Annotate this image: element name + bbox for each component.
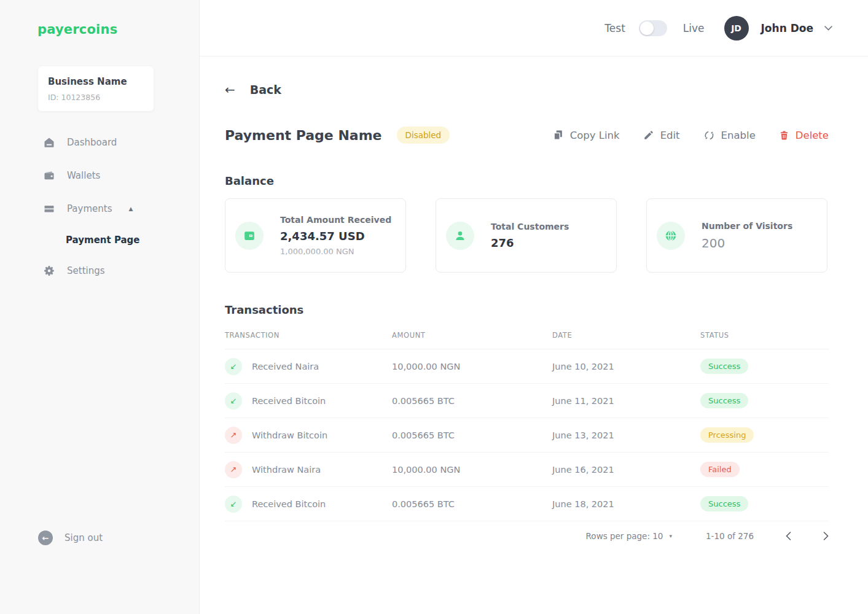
transactions-heading: Transactions: [225, 303, 829, 316]
pencil-icon: [643, 130, 654, 141]
page-actions: Copy Link Edit Enable Delete: [552, 129, 829, 141]
pagination: Rows per page: 10 ▾ 1-10 of 276: [225, 531, 829, 541]
sidebar-nav: Dashboard Wallets Payments ▲ Payment Pag…: [0, 126, 199, 287]
transaction-status-badge: Success: [700, 496, 748, 511]
trash-icon: [779, 130, 789, 141]
transaction-date: June 18, 2021: [552, 499, 700, 509]
card-value: 200: [702, 236, 792, 251]
page-title: Payment Page Name: [225, 128, 382, 143]
chevron-right-icon: [823, 532, 829, 540]
back-button[interactable]: ← Back: [225, 82, 281, 97]
transaction-name: Received Bitcoin: [252, 499, 326, 509]
column-amount: AMOUNT: [392, 331, 552, 340]
toggle-knob: [640, 21, 654, 35]
table-row: ↗ Withdraw Bitcoin 0.005665 BTC June 13,…: [225, 418, 829, 453]
card-total-amount: Total Amount Received 2,434.57 USD 1,000…: [225, 198, 406, 273]
transaction-direction-icon: ↗: [225, 427, 242, 444]
rows-per-page-label: Rows per page: 10: [586, 531, 663, 541]
sidebar-item-label: Settings: [67, 265, 105, 276]
transaction-date: June 10, 2021: [552, 362, 700, 371]
transaction-amount: 10,000.00 NGN: [392, 362, 552, 371]
transaction-amount: 10,000.00 NGN: [392, 465, 552, 475]
table-header: TRANSACTION AMOUNT DATE STATUS: [225, 331, 829, 349]
column-transaction: TRANSACTION: [225, 331, 392, 340]
title-row: Payment Page Name Disabled Copy Link Edi…: [225, 126, 829, 144]
page-content: ← Back Payment Page Name Disabled Copy L…: [200, 56, 868, 541]
delete-button[interactable]: Delete: [779, 130, 829, 141]
column-date: DATE: [552, 331, 700, 340]
sidebar-item-label: Payments: [67, 203, 112, 214]
sidebar-item-settings[interactable]: Settings: [0, 254, 199, 287]
card-label: Total Amount Received: [280, 215, 391, 225]
table-row: ↙ Received Bitcoin 0.005665 BTC June 11,…: [225, 384, 829, 418]
business-card: Business Name ID: 10123856: [38, 66, 154, 111]
transaction-date: June 13, 2021: [552, 430, 700, 440]
transaction-status-badge: Failed: [700, 462, 740, 477]
transaction-amount: 0.005665 BTC: [392, 499, 552, 509]
sidebar-item-label: Wallets: [67, 170, 100, 181]
signout-button[interactable]: ← Sign out: [38, 530, 103, 545]
transactions-table: TRANSACTION AMOUNT DATE STATUS ↙ Receive…: [225, 331, 829, 521]
balance-heading: Balance: [225, 174, 829, 187]
transaction-status-badge: Success: [700, 359, 748, 374]
transaction-name: Received Naira: [252, 362, 319, 371]
card-total-customers: Total Customers 276: [436, 198, 617, 273]
transaction-name: Received Bitcoin: [252, 396, 326, 406]
enable-button[interactable]: Enable: [703, 130, 756, 141]
topbar: Test Live JD John Doe: [200, 0, 868, 56]
copy-link-label: Copy Link: [570, 130, 620, 141]
gear-icon: [43, 265, 55, 277]
table-row: ↗ Withdraw Naira 10,000.00 NGN June 16, …: [225, 453, 829, 487]
card-label: Total Customers: [491, 222, 569, 231]
edit-button[interactable]: Edit: [643, 130, 680, 141]
balance-cards: Total Amount Received 2,434.57 USD 1,000…: [225, 198, 829, 273]
transaction-name: Withdraw Bitcoin: [252, 430, 327, 440]
sidebar-item-dashboard[interactable]: Dashboard: [0, 126, 199, 159]
status-badge: Disabled: [397, 126, 450, 144]
previous-page-button[interactable]: [786, 532, 791, 540]
transaction-status-badge: Success: [700, 393, 748, 408]
transaction-direction-icon: ↙: [225, 495, 242, 513]
person-icon: [446, 222, 474, 250]
live-mode-label: Live: [683, 22, 705, 34]
wallet-icon: [43, 169, 55, 182]
enable-label: Enable: [721, 130, 756, 141]
wallet-green-icon: [235, 222, 264, 250]
home-icon: [43, 136, 55, 149]
test-mode-label: Test: [604, 22, 625, 34]
transaction-date: June 11, 2021: [552, 396, 700, 406]
sidebar-item-payment-page[interactable]: Payment Page: [0, 225, 199, 254]
sidebar-item-payments[interactable]: Payments ▲: [0, 192, 199, 225]
caret-down-icon: ▾: [669, 533, 672, 539]
transaction-direction-icon: ↙: [225, 392, 242, 410]
transactions-body: ↙ Received Naira 10,000.00 NGN June 10, …: [225, 349, 829, 521]
link-icon: [703, 130, 715, 141]
app-window: payercoins Business Name ID: 10123856 Da…: [0, 0, 868, 614]
transaction-amount: 0.005665 BTC: [392, 396, 552, 406]
sidebar-item-label: Dashboard: [67, 137, 117, 148]
rows-per-page-dropdown[interactable]: Rows per page: 10 ▾: [586, 531, 672, 541]
sidebar: payercoins Business Name ID: 10123856 Da…: [0, 0, 200, 614]
card-number-of-visitors: Number of Visitors 200: [646, 198, 827, 273]
test-live-toggle[interactable]: [639, 20, 667, 36]
transaction-direction-icon: ↙: [225, 358, 242, 375]
table-row: ↙ Received Naira 10,000.00 NGN June 10, …: [225, 349, 829, 384]
next-page-button[interactable]: [823, 532, 829, 540]
table-row: ↙ Received Bitcoin 0.005665 BTC June 18,…: [225, 487, 829, 521]
user-name: John Doe: [761, 22, 813, 34]
transaction-amount: 0.005665 BTC: [392, 430, 552, 440]
copy-link-button[interactable]: Copy Link: [552, 129, 620, 141]
chevron-down-icon[interactable]: [824, 26, 832, 31]
transaction-status-badge: Prcessing: [700, 427, 754, 443]
signout-icon: ←: [38, 530, 53, 545]
globe-icon: [657, 222, 685, 250]
avatar[interactable]: JD: [724, 16, 749, 41]
delete-label: Delete: [796, 130, 829, 141]
main-area: Test Live JD John Doe ← Back Payment Pag…: [200, 0, 868, 614]
sidebar-item-wallets[interactable]: Wallets: [0, 159, 199, 192]
signout-label: Sign out: [65, 532, 103, 543]
chevron-up-icon: ▲: [128, 206, 133, 212]
column-status: STATUS: [700, 331, 829, 340]
chevron-left-icon: [786, 532, 791, 540]
business-name: Business Name: [48, 76, 145, 87]
